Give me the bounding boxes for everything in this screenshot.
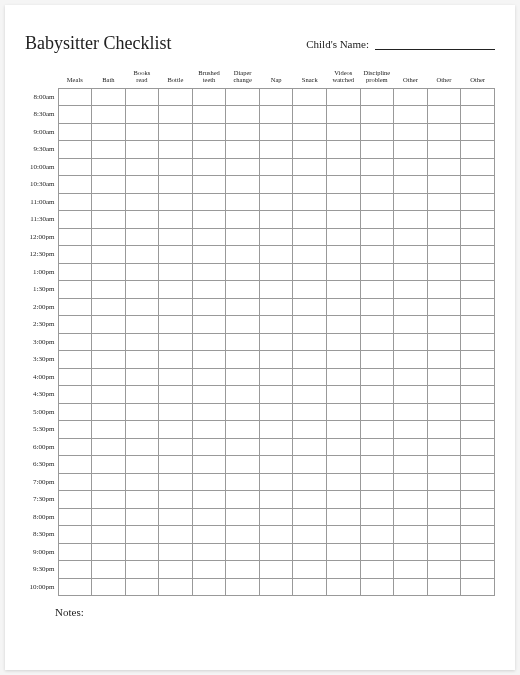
checklist-cell[interactable] [427, 298, 461, 316]
checklist-cell[interactable] [192, 123, 226, 141]
checklist-cell[interactable] [159, 526, 193, 544]
checklist-cell[interactable] [427, 246, 461, 264]
checklist-cell[interactable] [58, 281, 92, 299]
checklist-cell[interactable] [461, 141, 495, 159]
checklist-cell[interactable] [192, 421, 226, 439]
checklist-cell[interactable] [192, 141, 226, 159]
checklist-cell[interactable] [192, 526, 226, 544]
checklist-cell[interactable] [125, 298, 159, 316]
checklist-cell[interactable] [293, 263, 327, 281]
checklist-cell[interactable] [192, 473, 226, 491]
checklist-cell[interactable] [92, 141, 126, 159]
checklist-cell[interactable] [327, 263, 361, 281]
checklist-cell[interactable] [394, 543, 428, 561]
checklist-cell[interactable] [394, 88, 428, 106]
checklist-cell[interactable] [92, 543, 126, 561]
checklist-cell[interactable] [327, 368, 361, 386]
checklist-cell[interactable] [427, 123, 461, 141]
checklist-cell[interactable] [159, 333, 193, 351]
checklist-cell[interactable] [58, 368, 92, 386]
checklist-cell[interactable] [427, 106, 461, 124]
checklist-cell[interactable] [293, 88, 327, 106]
checklist-cell[interactable] [125, 333, 159, 351]
checklist-cell[interactable] [159, 88, 193, 106]
checklist-cell[interactable] [461, 473, 495, 491]
checklist-cell[interactable] [92, 228, 126, 246]
checklist-cell[interactable] [159, 246, 193, 264]
checklist-cell[interactable] [58, 316, 92, 334]
checklist-cell[interactable] [58, 141, 92, 159]
checklist-cell[interactable] [259, 351, 293, 369]
checklist-cell[interactable] [461, 158, 495, 176]
checklist-cell[interactable] [293, 421, 327, 439]
checklist-cell[interactable] [293, 298, 327, 316]
checklist-cell[interactable] [360, 526, 394, 544]
checklist-cell[interactable] [259, 561, 293, 579]
checklist-cell[interactable] [259, 193, 293, 211]
checklist-cell[interactable] [360, 578, 394, 596]
checklist-cell[interactable] [394, 281, 428, 299]
checklist-cell[interactable] [192, 211, 226, 229]
checklist-cell[interactable] [327, 421, 361, 439]
checklist-cell[interactable] [58, 211, 92, 229]
checklist-cell[interactable] [327, 211, 361, 229]
checklist-cell[interactable] [226, 456, 260, 474]
checklist-cell[interactable] [259, 543, 293, 561]
checklist-cell[interactable] [327, 298, 361, 316]
checklist-cell[interactable] [360, 193, 394, 211]
checklist-cell[interactable] [360, 491, 394, 509]
checklist-cell[interactable] [293, 228, 327, 246]
checklist-cell[interactable] [461, 123, 495, 141]
checklist-cell[interactable] [159, 141, 193, 159]
checklist-cell[interactable] [327, 561, 361, 579]
checklist-cell[interactable] [293, 456, 327, 474]
checklist-cell[interactable] [159, 176, 193, 194]
checklist-cell[interactable] [327, 543, 361, 561]
checklist-cell[interactable] [293, 281, 327, 299]
checklist-cell[interactable] [259, 438, 293, 456]
checklist-cell[interactable] [159, 106, 193, 124]
checklist-cell[interactable] [461, 578, 495, 596]
checklist-cell[interactable] [394, 526, 428, 544]
checklist-cell[interactable] [427, 333, 461, 351]
checklist-cell[interactable] [159, 491, 193, 509]
checklist-cell[interactable] [159, 228, 193, 246]
checklist-cell[interactable] [427, 473, 461, 491]
checklist-cell[interactable] [293, 106, 327, 124]
checklist-cell[interactable] [360, 88, 394, 106]
checklist-cell[interactable] [226, 316, 260, 334]
checklist-cell[interactable] [327, 193, 361, 211]
checklist-cell[interactable] [394, 403, 428, 421]
checklist-cell[interactable] [125, 561, 159, 579]
checklist-cell[interactable] [92, 316, 126, 334]
checklist-cell[interactable] [92, 158, 126, 176]
checklist-cell[interactable] [327, 473, 361, 491]
checklist-cell[interactable] [259, 281, 293, 299]
checklist-cell[interactable] [226, 281, 260, 299]
checklist-cell[interactable] [125, 123, 159, 141]
checklist-cell[interactable] [58, 578, 92, 596]
checklist-cell[interactable] [58, 193, 92, 211]
checklist-cell[interactable] [192, 316, 226, 334]
checklist-cell[interactable] [159, 473, 193, 491]
checklist-cell[interactable] [125, 578, 159, 596]
checklist-cell[interactable] [427, 456, 461, 474]
checklist-cell[interactable] [226, 351, 260, 369]
checklist-cell[interactable] [360, 281, 394, 299]
checklist-cell[interactable] [461, 438, 495, 456]
checklist-cell[interactable] [92, 281, 126, 299]
checklist-cell[interactable] [259, 298, 293, 316]
checklist-cell[interactable] [394, 176, 428, 194]
checklist-cell[interactable] [58, 246, 92, 264]
checklist-cell[interactable] [92, 421, 126, 439]
checklist-cell[interactable] [259, 386, 293, 404]
checklist-cell[interactable] [259, 176, 293, 194]
checklist-cell[interactable] [360, 228, 394, 246]
checklist-cell[interactable] [360, 333, 394, 351]
checklist-cell[interactable] [461, 211, 495, 229]
checklist-cell[interactable] [461, 333, 495, 351]
checklist-cell[interactable] [92, 176, 126, 194]
checklist-cell[interactable] [259, 403, 293, 421]
checklist-cell[interactable] [427, 386, 461, 404]
checklist-cell[interactable] [226, 403, 260, 421]
